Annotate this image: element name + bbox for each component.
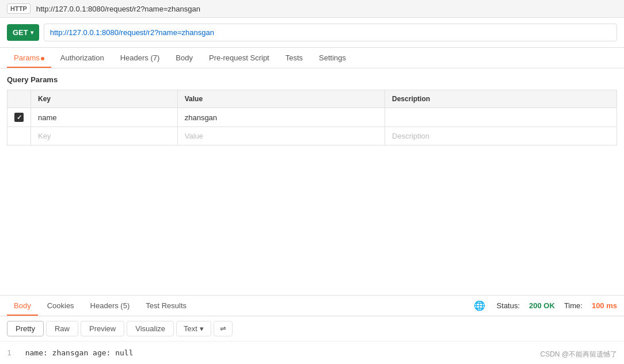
tab-settings[interactable]: Settings xyxy=(312,48,353,68)
status-label: Status: xyxy=(497,301,520,310)
row-description[interactable] xyxy=(385,108,617,127)
status-info: 🌐 Status: 200 OK Time: 100 ms xyxy=(474,300,617,311)
text-dropdown[interactable]: Text ▾ xyxy=(176,321,211,336)
col-description: Description xyxy=(385,90,617,108)
tab-body[interactable]: Body xyxy=(169,48,200,68)
text-label: Text xyxy=(184,324,197,333)
col-value: Value xyxy=(177,90,385,108)
time-value: 100 ms xyxy=(592,301,617,310)
raw-button[interactable]: Raw xyxy=(46,321,78,336)
empty-value[interactable]: Value xyxy=(177,127,385,145)
watermark: CSDN @不能再留遗憾了 xyxy=(540,350,617,359)
row-value[interactable]: zhansgan xyxy=(177,108,385,127)
response-tabs: Body Cookies Headers (5) Test Results 🌐 … xyxy=(0,296,624,316)
pretty-button[interactable]: Pretty xyxy=(7,321,44,336)
status-value: 200 OK xyxy=(529,301,555,310)
response-toolbar: Pretty Raw Preview Visualize Text ▾ ⇌ xyxy=(0,316,624,342)
tab-response-headers[interactable]: Headers (5) xyxy=(83,296,137,316)
tab-authorization[interactable]: Authorization xyxy=(54,48,111,68)
tab-params[interactable]: Params xyxy=(7,48,51,68)
line-number: 1 xyxy=(7,348,12,357)
top-bar: HTTP http://127.0.0.1:8080/request/r2?na… xyxy=(0,0,624,18)
method-dropdown[interactable]: GET ▾ xyxy=(7,24,39,41)
params-dot xyxy=(41,57,44,60)
checkbox-checked[interactable] xyxy=(14,113,24,122)
table-row-empty: Key Value Description xyxy=(7,127,617,145)
row-checkbox-cell[interactable] xyxy=(7,108,31,127)
http-badge: HTTP xyxy=(7,3,31,14)
tab-test-results[interactable]: Test Results xyxy=(139,296,193,316)
top-url: http://127.0.0.1:8080/request/r2?name=zh… xyxy=(36,5,200,13)
request-tabs: Params Authorization Headers (7) Body Pr… xyxy=(0,48,624,68)
response-content: name: zhansgan age: null xyxy=(25,348,134,357)
url-input[interactable] xyxy=(44,24,617,41)
col-checkbox xyxy=(7,90,31,108)
request-bar: GET ▾ xyxy=(0,18,624,48)
col-key: Key xyxy=(31,90,178,108)
method-label: GET xyxy=(13,28,28,37)
wrap-icon: ⇌ xyxy=(220,324,226,333)
tab-tests[interactable]: Tests xyxy=(279,48,310,68)
query-params-section: Query Params Key Value Description xyxy=(0,68,624,152)
empty-description[interactable]: Description xyxy=(385,127,617,145)
tab-headers[interactable]: Headers (7) xyxy=(113,48,167,68)
time-label: Time: xyxy=(564,301,583,310)
section-title: Query Params xyxy=(7,75,617,84)
tab-cookies[interactable]: Cookies xyxy=(40,296,81,316)
wrap-button[interactable]: ⇌ xyxy=(214,321,233,336)
tab-response-body[interactable]: Body xyxy=(7,296,38,316)
visualize-button[interactable]: Visualize xyxy=(127,321,174,336)
empty-key[interactable]: Key xyxy=(31,127,178,145)
preview-button[interactable]: Preview xyxy=(81,321,124,336)
response-body: 1 name: zhansgan age: null xyxy=(0,342,624,364)
row-key[interactable]: name xyxy=(31,108,178,127)
table-row: name zhansgan xyxy=(7,108,617,127)
response-section: Body Cookies Headers (5) Test Results 🌐 … xyxy=(0,295,624,364)
empty-checkbox-cell xyxy=(7,127,31,145)
globe-icon: 🌐 xyxy=(474,300,485,311)
chevron-down-icon: ▾ xyxy=(31,29,33,36)
chevron-down-icon: ▾ xyxy=(200,324,204,333)
params-table: Key Value Description name zhansgan xyxy=(7,90,617,145)
tab-prerequest[interactable]: Pre-request Script xyxy=(202,48,276,68)
